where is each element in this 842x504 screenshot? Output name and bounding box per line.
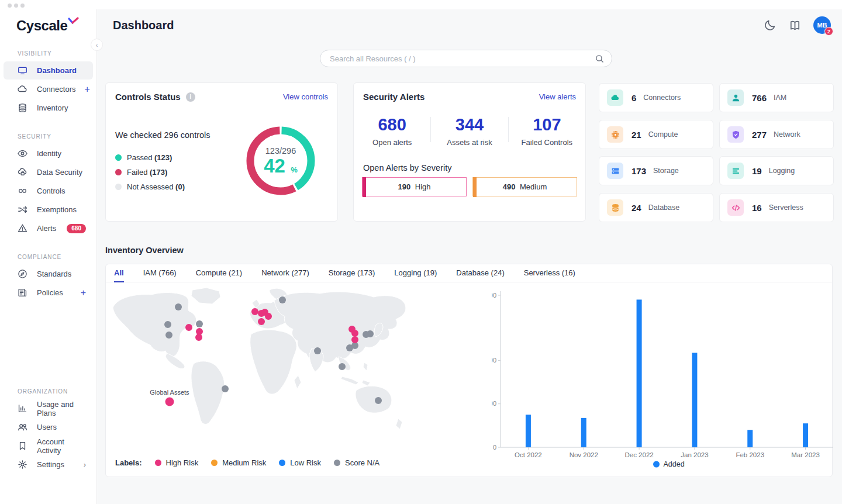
sidebar-collapse-button[interactable]: ‹	[91, 39, 103, 51]
resource-card-database[interactable]: 24Database	[599, 193, 713, 222]
legend-item-passed: Passed (123)	[115, 153, 185, 162]
chart-legend-dot[interactable]	[653, 461, 660, 468]
y-tick-label: 200	[492, 400, 496, 407]
add-icon[interactable]: +	[84, 85, 89, 94]
sidebar-item-policies[interactable]: Policies+	[4, 284, 93, 302]
severity-accent-bar	[363, 177, 366, 197]
x-tick-label: Feb 2023	[736, 451, 764, 458]
map-legend-item-score-n-a: Score N/A	[334, 458, 379, 467]
sidebar-item-label: Alerts	[37, 224, 56, 233]
asset-dot-score-na[interactable]	[222, 385, 229, 392]
cloud-icon	[16, 84, 28, 95]
asset-dot-score-na[interactable]	[367, 330, 374, 337]
sidebar-item-label: Account Activity	[37, 437, 86, 455]
resource-card-compute[interactable]: 21Compute	[599, 120, 713, 149]
sidebar-item-identity[interactable]: Identity	[4, 144, 93, 163]
asset-dot-score-na[interactable]	[164, 321, 171, 328]
asset-dot-global[interactable]	[165, 398, 174, 406]
alert-stats: 680Open alerts344Assets at risk107Failed…	[354, 116, 585, 147]
resource-count: 24	[632, 203, 641, 213]
resource-card-network[interactable]: 277Network	[719, 120, 834, 149]
sidebar-item-dashboard[interactable]: Dashboard	[4, 61, 93, 80]
asset-dot-high-risk[interactable]	[185, 324, 192, 331]
asset-dot-high-risk[interactable]	[195, 334, 202, 341]
window-minimize-button[interactable]	[14, 4, 18, 8]
network-icon	[727, 126, 744, 143]
section-label-visibility: VISIBILITY	[18, 50, 96, 57]
legend-dot	[155, 460, 161, 466]
cyscale-logo[interactable]: Cyscale	[16, 18, 67, 34]
sidebar-item-users[interactable]: Users	[4, 418, 93, 436]
sidebar-item-exemptions[interactable]: Exemptions	[4, 201, 93, 219]
sidebar-item-connectors[interactable]: Connectors+	[4, 80, 93, 98]
severity-box-high[interactable]: 190 High	[362, 177, 467, 196]
asset-dot-score-na[interactable]	[165, 332, 172, 339]
asset-dot-score-na[interactable]	[175, 303, 182, 310]
asset-dot-high-risk[interactable]	[351, 336, 358, 343]
sidebar-item-usage-and-plans[interactable]: Usage and Plans	[4, 399, 93, 417]
brand-name: Cyscale	[16, 18, 67, 33]
resource-card-serverless[interactable]: 16Serverless	[719, 193, 834, 222]
alert-stat-failed-controls: 107Failed Controls	[509, 116, 585, 147]
user-avatar[interactable]: MB 2	[813, 16, 831, 34]
tab-all[interactable]: All	[114, 264, 124, 282]
sidebar-item-label: Identity	[37, 149, 61, 158]
map-legend-item-medium-risk: Medium Risk	[211, 458, 266, 467]
tab-database-24[interactable]: Database (24)	[456, 264, 504, 282]
asset-dot-score-na[interactable]	[196, 320, 203, 327]
sidebar-item-account-activity[interactable]: Account Activity	[4, 437, 93, 455]
sidebar-item-settings[interactable]: Settings›	[4, 455, 93, 474]
docs-book-icon[interactable]	[788, 19, 802, 32]
sidebar-item-alerts[interactable]: Alerts680	[4, 219, 93, 237]
legend-label: Medium Risk	[222, 458, 266, 467]
resource-card-storage[interactable]: 173Storage	[599, 156, 713, 185]
infinity-icon	[16, 185, 28, 197]
tab-logging-19[interactable]: Logging (19)	[394, 264, 437, 282]
sidebar-item-data-security[interactable]: Data Security	[4, 163, 93, 181]
map-landmass	[191, 288, 220, 304]
tab-network-277[interactable]: Network (277)	[261, 264, 309, 282]
asset-dot-score-na[interactable]	[279, 296, 286, 303]
tab-serverless-16[interactable]: Serverless (16)	[524, 264, 575, 282]
sidebar-item-label: Connectors	[37, 85, 75, 94]
dark-mode-icon[interactable]	[764, 19, 777, 32]
asset-dot-score-na[interactable]	[339, 363, 346, 370]
legend-label: Low Risk	[290, 458, 321, 467]
sidebar-item-inventory[interactable]: Inventory	[4, 99, 93, 117]
add-icon[interactable]: +	[81, 288, 86, 298]
search-icon[interactable]	[595, 54, 605, 64]
tab-storage-173[interactable]: Storage (173)	[329, 264, 375, 282]
users-icon	[16, 422, 28, 433]
asset-dot-high-risk[interactable]	[251, 308, 258, 315]
sidebar-item-standards[interactable]: Standards	[4, 265, 93, 283]
asset-dot-high-risk[interactable]	[258, 318, 265, 325]
asset-dot-score-na[interactable]	[375, 397, 382, 404]
window-close-button[interactable]	[8, 4, 12, 8]
resource-card-iam[interactable]: 766IAM	[719, 83, 834, 112]
resource-card-logging[interactable]: 19Logging	[719, 156, 834, 185]
search-input[interactable]	[330, 54, 595, 63]
info-icon[interactable]: i	[186, 92, 195, 102]
sidebar-item-controls[interactable]: Controls	[4, 182, 93, 200]
asset-dot-score-na[interactable]	[314, 347, 321, 354]
legend-dot	[115, 169, 122, 175]
window-zoom-button[interactable]	[20, 4, 25, 8]
x-tick-label: Nov 2022	[570, 451, 598, 458]
view-alerts-link[interactable]: View alerts	[539, 92, 576, 101]
branch-icon	[16, 204, 28, 216]
asset-dot-high-risk[interactable]	[265, 313, 272, 320]
tab-compute-21[interactable]: Compute (21)	[196, 264, 242, 282]
stat-value: 680	[354, 116, 430, 134]
bookmark-icon	[16, 440, 28, 452]
severity-box-medium[interactable]: 490 Medium	[472, 177, 577, 196]
map-legend-item-low-risk: Low Risk	[279, 458, 321, 467]
page-title: Dashboard	[113, 19, 174, 32]
tab-iam-766[interactable]: IAM (766)	[143, 264, 177, 282]
asset-dot-high-risk[interactable]	[351, 330, 358, 337]
sidebar-item-label: Policies	[37, 288, 63, 297]
resource-card-connectors[interactable]: 6Connectors	[599, 83, 713, 112]
header-actions: MB 2	[764, 16, 831, 34]
stack-icon	[16, 102, 28, 114]
view-controls-link[interactable]: View controls	[283, 92, 328, 101]
chart-legend-label[interactable]: Added	[664, 460, 685, 468]
